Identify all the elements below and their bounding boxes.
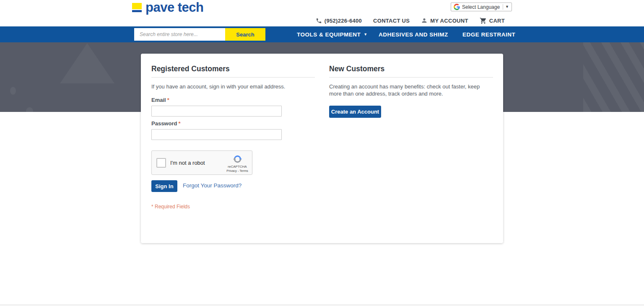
create-account-button[interactable]: Create an Account	[329, 106, 381, 118]
email-label: Email*	[151, 97, 169, 103]
logo-text: pave tech	[145, 1, 204, 14]
phone-icon	[316, 18, 322, 24]
chevron-down-icon: ▼	[364, 33, 367, 36]
nav-item-label: TOOLS & EQUIPMENT	[297, 31, 361, 38]
recaptcha-privacy-terms[interactable]: Privacy - Terms	[225, 169, 249, 173]
contact-us-label: CONTACT US	[373, 18, 410, 24]
phone-link[interactable]: (952)226-6400	[316, 18, 362, 24]
chevron-down-icon: ▼	[505, 5, 509, 9]
header: pave tech Select Language ▼ (952)226-640…	[0, 0, 644, 26]
password-label-text: Password	[151, 120, 177, 127]
nav-item-adhesives-shimz[interactable]: ADHESIVES AND SHIMZ	[379, 26, 448, 42]
hero-triangle-decoration	[60, 43, 114, 83]
required-asterisk: *	[167, 97, 169, 103]
store-logo[interactable]: pave tech	[132, 1, 204, 14]
recaptcha-label: I'm not a robot	[170, 160, 205, 166]
email-field[interactable]	[151, 106, 282, 117]
language-selector-label: Select Language	[462, 4, 500, 10]
section-title: New Customers	[329, 65, 384, 73]
search-bar: Search	[134, 28, 265, 41]
divider	[329, 77, 493, 78]
recaptcha-brand-box: reCAPTCHA Privacy - Terms	[225, 154, 249, 173]
my-account-link[interactable]: MY ACCOUNT	[421, 17, 468, 24]
forgot-password-link[interactable]: Forgot Your Password?	[183, 182, 242, 189]
required-fields-note: * Required Fields	[151, 204, 190, 210]
login-subtitle: If you have an account, sign in with you…	[151, 83, 285, 90]
new-customers-section: New Customers Creating an account has ma…	[329, 54, 493, 243]
hero-dot-decoration	[10, 87, 16, 95]
header-links: (952)226-6400 CONTACT US MY ACCOUNT CART	[0, 16, 505, 25]
registered-customers-section: Registered Customers If you have an acco…	[151, 54, 315, 243]
register-description: Creating an account has many benefits: c…	[329, 83, 493, 97]
search-input[interactable]	[134, 28, 225, 41]
recaptcha-checkbox[interactable]	[156, 158, 166, 168]
cart-icon	[480, 17, 487, 24]
footer-strip	[0, 304, 644, 306]
password-label: Password*	[151, 120, 180, 127]
person-icon	[421, 17, 428, 24]
divider	[503, 4, 503, 10]
nav-item-label: EDGE RESTRAINT	[462, 31, 515, 38]
divider	[151, 77, 315, 78]
recaptcha-brand-text: reCAPTCHA	[225, 165, 249, 169]
cart-link[interactable]: CART	[480, 17, 505, 24]
nav-item-label: ADHESIVES AND SHIMZ	[379, 31, 448, 38]
main-navbar: Search TOOLS & EQUIPMENT ▼ ADHESIVES AND…	[0, 26, 644, 42]
password-field[interactable]	[151, 129, 282, 140]
google-icon	[454, 4, 460, 10]
contact-us-link[interactable]: CONTACT US	[373, 18, 410, 24]
login-card: Registered Customers If you have an acco…	[141, 54, 503, 243]
my-account-label: MY ACCOUNT	[430, 18, 468, 24]
required-asterisk: *	[178, 120, 180, 127]
language-selector[interactable]: Select Language ▼	[451, 3, 512, 11]
recaptcha-icon	[232, 154, 243, 164]
email-label-text: Email	[151, 97, 166, 103]
phone-number: (952)226-6400	[325, 18, 362, 24]
paver-logo-icon	[132, 3, 142, 12]
sign-in-button[interactable]: Sign In	[151, 180, 177, 192]
nav-item-edge-restraint[interactable]: EDGE RESTRAINT	[462, 26, 515, 42]
cart-label: CART	[489, 18, 505, 24]
search-button[interactable]: Search	[225, 28, 265, 41]
recaptcha-widget: I'm not a robot reCAPTCHA Privacy - Term…	[151, 150, 252, 175]
hero-stripes-decoration	[583, 42, 644, 112]
nav-item-tools-equipment[interactable]: TOOLS & EQUIPMENT ▼	[297, 26, 368, 42]
section-title: Registered Customers	[151, 65, 230, 73]
hero-dot-decoration	[26, 107, 33, 112]
customer-login-page: pave tech Select Language ▼ (952)226-640…	[0, 0, 644, 306]
